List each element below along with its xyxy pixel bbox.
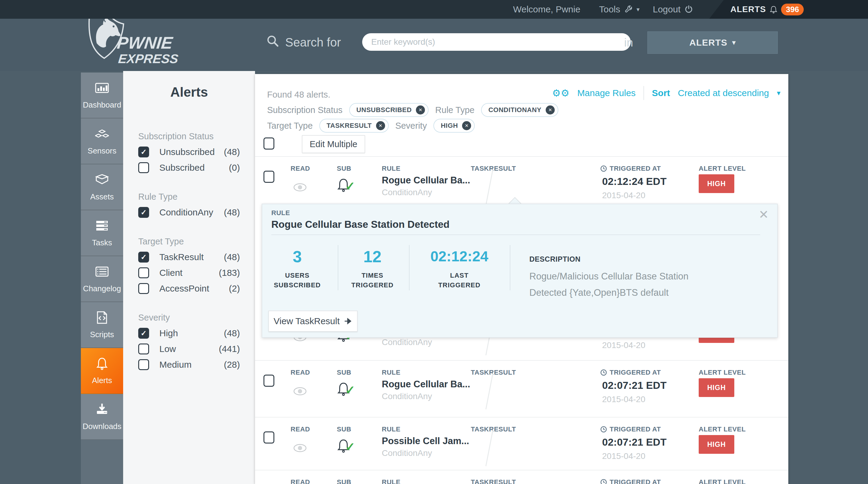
- triggered-time: 02:12:24 EDT: [602, 175, 667, 187]
- filter-item-accesspoint[interactable]: AccessPoint (2): [138, 283, 240, 294]
- sidebar-item-tasks[interactable]: Tasks: [81, 210, 123, 256]
- brand-name-line1: PWNIE: [116, 34, 173, 51]
- col-header-sub: SUB: [329, 478, 359, 484]
- clock-icon: [600, 426, 607, 433]
- col-header-rule: RULE: [382, 478, 401, 484]
- logout-button[interactable]: Logout: [653, 0, 693, 19]
- sidebar-item-scripts[interactable]: Scripts: [81, 302, 123, 348]
- sort-dropdown[interactable]: Created at descending: [678, 88, 769, 98]
- remove-chip-icon[interactable]: ✕: [416, 106, 425, 114]
- sidebar-rail: Dashboard Sensors Assets Tasks: [81, 73, 123, 484]
- filter-item-conditionany[interactable]: ConditionAny (48): [138, 207, 240, 218]
- select-all-checkbox[interactable]: [264, 138, 274, 149]
- checkbox-conditionany[interactable]: [138, 207, 149, 218]
- filter-count: (0): [229, 163, 240, 173]
- manage-rules-link[interactable]: Manage Rules: [577, 88, 636, 98]
- taskresult-slash: [485, 373, 493, 409]
- eye-read-icon[interactable]: [293, 444, 307, 453]
- eye-read-icon[interactable]: [293, 183, 307, 192]
- subscribe-bell-icon[interactable]: ✓: [336, 437, 353, 454]
- checkbox-taskresult[interactable]: [138, 252, 149, 262]
- clock-icon: [600, 479, 607, 484]
- checkbox-low[interactable]: [138, 343, 149, 354]
- rule-subtitle: ConditionAny: [382, 392, 432, 401]
- description-text: Rogue/Malicious Cellular Base Station De…: [529, 268, 705, 301]
- search-scope-value: ALERTS: [689, 37, 727, 48]
- checkbox-medium[interactable]: [138, 359, 149, 370]
- filter-item-client[interactable]: Client (183): [138, 267, 240, 278]
- cubes-icon: [95, 127, 109, 141]
- remove-chip-icon[interactable]: ✕: [462, 121, 471, 130]
- filter-item-medium[interactable]: Medium (28): [138, 359, 240, 370]
- brand-name-line2: EXPRESS: [118, 53, 179, 65]
- checkbox-client[interactable]: [138, 267, 149, 278]
- checkbox-subscribed[interactable]: [138, 162, 149, 173]
- filter-label: Unsubscribed: [159, 147, 215, 157]
- rule-title-link[interactable]: Rogue Cellular Ba...: [382, 175, 470, 186]
- filter-label: Medium: [159, 360, 192, 370]
- filter-chip-unsubscribed: UNSUBSCRIBED ✕: [349, 103, 429, 117]
- sidebar-item-sensors[interactable]: Sensors: [81, 118, 123, 164]
- chevron-down-icon[interactable]: ▾: [777, 89, 780, 97]
- checkbox-high[interactable]: [138, 328, 149, 339]
- row-checkbox[interactable]: [264, 431, 274, 444]
- subscribe-bell-icon[interactable]: ✓: [336, 177, 353, 194]
- filter-item-unsubscribed[interactable]: Unsubscribed (48): [138, 146, 240, 158]
- filters-panel: Alerts Subscription Status Unsubscribed …: [123, 71, 255, 484]
- subscribe-bell-icon[interactable]: ✓: [336, 381, 353, 398]
- tools-menu[interactable]: Tools ▾: [599, 0, 640, 19]
- col-header-alert-level: ALERT LEVEL: [699, 478, 746, 484]
- filter-count: (48): [224, 252, 240, 262]
- row-checkbox[interactable]: [264, 171, 274, 183]
- col-header-label: TRIGGERED AT: [610, 425, 661, 433]
- stat-label: TRIGGERED: [414, 280, 505, 290]
- alerts-counter[interactable]: ALERTS 396: [731, 0, 804, 19]
- filter-item-subscribed[interactable]: Subscribed (0): [138, 162, 240, 173]
- sidebar-item-alerts[interactable]: Alerts: [81, 348, 123, 394]
- filter-label: TaskResult: [159, 252, 204, 262]
- stat-label: SUBSCRIBED: [267, 280, 328, 290]
- chevron-down-icon: ▾: [637, 6, 640, 13]
- filter-chip-high: HIGH ✕: [433, 119, 475, 133]
- search-input[interactable]: [362, 33, 631, 51]
- rule-title-link[interactable]: Rogue Cellular Ba...: [382, 379, 470, 390]
- sidebar-item-changelog[interactable]: Changelog: [81, 256, 123, 302]
- row-checkbox[interactable]: [264, 375, 274, 387]
- sidebar-item-downloads[interactable]: Downloads: [81, 394, 123, 440]
- filter-item-taskresult[interactable]: TaskResult (48): [138, 252, 240, 262]
- logout-label: Logout: [653, 4, 681, 15]
- filter-count: (48): [224, 207, 240, 218]
- bar-chart-icon: [95, 81, 109, 95]
- checkbox-accesspoint[interactable]: [138, 283, 149, 294]
- edit-multiple-button[interactable]: Edit Multiple: [302, 135, 365, 153]
- eye-read-icon[interactable]: [293, 387, 307, 396]
- filter-item-high[interactable]: High (48): [138, 328, 240, 339]
- rule-detail-popup: RULE Rogue Cellular Base Station Detecte…: [262, 204, 778, 338]
- popup-divider: [271, 234, 760, 235]
- sidebar-item-label: Scripts: [81, 330, 123, 339]
- close-icon[interactable]: ✕: [758, 208, 769, 221]
- stat-divider: [338, 245, 338, 290]
- stat-times-triggered: 12 TIMES TRIGGERED: [342, 247, 403, 290]
- filter-chip-conditionany: CONDITIONANY ✕: [481, 103, 558, 117]
- alert-row: READ SUB RULE TASKRESULT TRIGGERED AT AL…: [255, 417, 788, 471]
- filter-item-low[interactable]: Low (441): [138, 343, 240, 354]
- search-scope-dropdown[interactable]: ALERTS ▾: [647, 31, 778, 54]
- col-header-alert-level: ALERT LEVEL: [699, 165, 746, 172]
- chevron-down-icon: ▾: [732, 39, 736, 47]
- view-taskresult-label: View TaskResult: [274, 316, 340, 326]
- rule-title-link[interactable]: Possible Cell Jam...: [382, 436, 469, 447]
- chip-value: UNSUBSCRIBED: [356, 106, 412, 114]
- sort-label: Sort: [652, 88, 670, 98]
- view-taskresult-button[interactable]: View TaskResult: [268, 311, 358, 332]
- sidebar-item-dashboard[interactable]: Dashboard: [81, 73, 123, 118]
- col-header-taskresult: TASKRESULT: [471, 425, 516, 433]
- sidebar-item-assets[interactable]: Assets: [81, 164, 123, 210]
- remove-chip-icon[interactable]: ✕: [546, 106, 555, 114]
- filter-count: (441): [219, 344, 240, 354]
- col-header-rule: RULE: [382, 165, 401, 172]
- wrench-icon: [624, 5, 633, 14]
- triggered-time: 02:07:21 EDT: [602, 379, 667, 391]
- remove-chip-icon[interactable]: ✕: [376, 121, 385, 130]
- checkbox-unsubscribed[interactable]: [138, 146, 149, 158]
